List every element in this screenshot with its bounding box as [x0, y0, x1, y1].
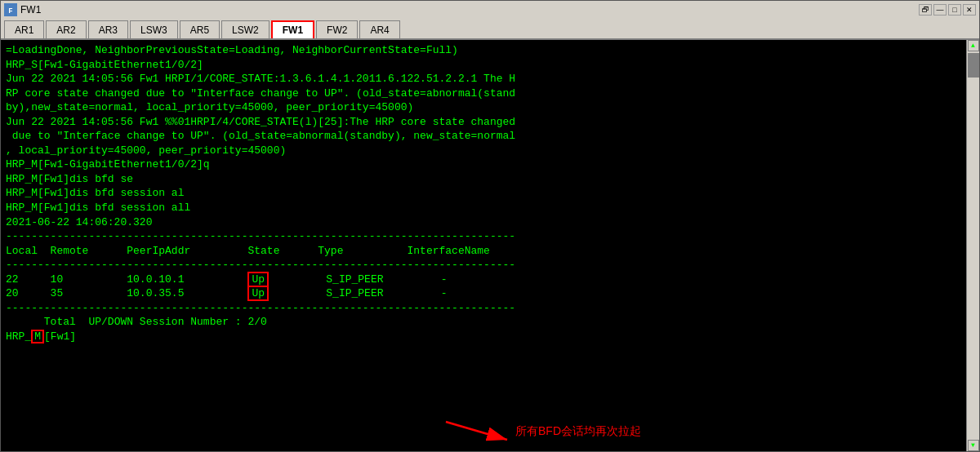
- tab-bar: AR1 AR2 AR3 LSW3 AR5 LSW2 FW1 FW2 AR4: [1, 19, 979, 40]
- cursor-m: M: [31, 330, 44, 343]
- restore-button[interactable]: 🗗: [919, 4, 932, 16]
- svg-line-3: [446, 422, 507, 440]
- minimize-button[interactable]: —: [933, 4, 947, 16]
- title-bar-left: F FW1: [4, 3, 41, 16]
- annotation-text: 所有BFD会话均再次拉起: [515, 423, 641, 439]
- terminal-content: =LoadingDone, NeighborPreviousState=Load…: [6, 43, 974, 343]
- tab-ar4[interactable]: AR4: [359, 20, 399, 38]
- terminal-area[interactable]: =LoadingDone, NeighborPreviousState=Load…: [1, 40, 979, 451]
- svg-text:F: F: [8, 7, 12, 16]
- window-icon: F: [4, 3, 17, 16]
- tab-fw1[interactable]: FW1: [271, 20, 314, 38]
- scrollbar[interactable]: ▲ ▼: [966, 40, 979, 451]
- window-title: FW1: [20, 4, 41, 16]
- state-up-1: Up: [247, 272, 269, 287]
- close-button[interactable]: ✕: [963, 4, 976, 16]
- tab-lsw3[interactable]: LSW3: [130, 20, 178, 38]
- tab-lsw2[interactable]: LSW2: [221, 20, 270, 38]
- tab-ar2[interactable]: AR2: [46, 20, 86, 38]
- tab-fw2[interactable]: FW2: [316, 20, 358, 38]
- tab-ar1[interactable]: AR1: [4, 20, 44, 38]
- tab-ar5[interactable]: AR5: [180, 20, 220, 38]
- window-controls: 🗗 — □ ✕: [919, 4, 976, 16]
- scroll-up-button[interactable]: ▲: [968, 40, 979, 51]
- title-bar: F FW1 🗗 — □ ✕: [1, 1, 979, 19]
- main-window: F FW1 🗗 — □ ✕ AR1 AR2 AR3 LSW3 AR5 LSW2 …: [0, 0, 980, 452]
- scroll-track[interactable]: [968, 51, 979, 440]
- state-up-2: Up: [247, 286, 269, 301]
- scroll-down-button[interactable]: ▼: [968, 440, 979, 451]
- maximize-button[interactable]: □: [948, 4, 961, 16]
- tab-ar3[interactable]: AR3: [88, 20, 128, 38]
